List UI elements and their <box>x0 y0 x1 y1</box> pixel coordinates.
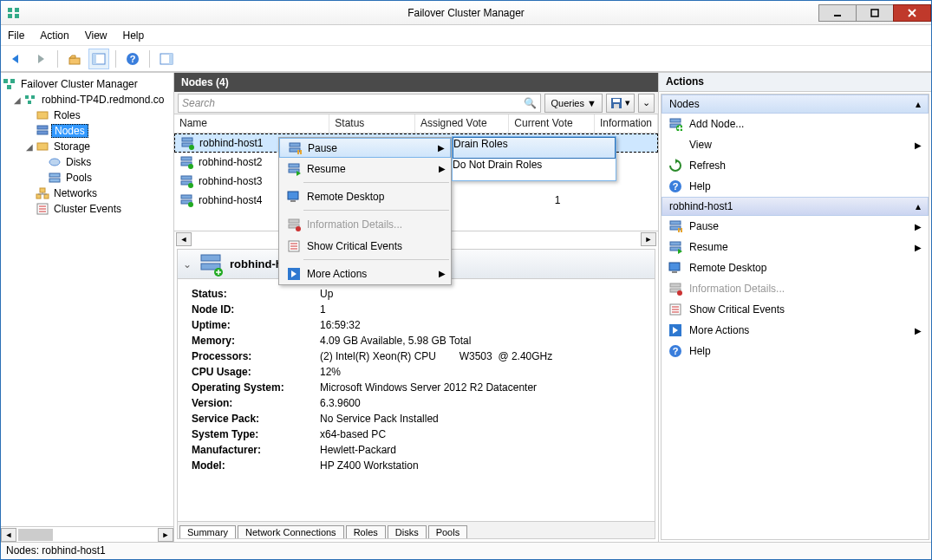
nav-forward-button[interactable] <box>30 49 51 69</box>
action-remote-desktop[interactable]: Remote Desktop <box>662 257 929 278</box>
more-actions-icon <box>284 267 303 281</box>
tree-roles[interactable]: Roles <box>3 107 172 123</box>
svg-rect-28 <box>40 188 45 192</box>
action-help[interactable]: ? Help <box>662 176 929 197</box>
menu-pause[interactable]: Pause▶ <box>279 138 451 158</box>
scroll-thumb[interactable] <box>18 529 53 541</box>
search-input[interactable]: Search 🔍 <box>178 94 541 113</box>
action-more-actions[interactable]: More Actions▶ <box>662 320 929 341</box>
tree-cluster-events[interactable]: Cluster Events <box>3 201 172 217</box>
col-name[interactable]: Name <box>174 114 329 133</box>
roles-icon <box>36 108 49 122</box>
cluster-manager-icon <box>3 77 16 91</box>
menu-help[interactable]: Help <box>123 29 145 42</box>
nav-back-button[interactable] <box>6 49 27 69</box>
expander-icon[interactable]: ◢ <box>11 95 23 105</box>
menu-more-actions[interactable]: More Actions▶ <box>279 263 451 284</box>
actions-group-node[interactable]: robhind-host1▴ <box>662 197 929 216</box>
search-icon[interactable]: 🔍 <box>524 97 537 109</box>
menu-file[interactable]: File <box>8 29 24 42</box>
tab-disks[interactable]: Disks <box>388 525 427 539</box>
disks-icon <box>48 155 62 169</box>
menu-action[interactable]: Action <box>40 29 68 42</box>
show-hide-action-button[interactable] <box>156 49 177 69</box>
tab-pools[interactable]: Pools <box>428 525 468 539</box>
col-status[interactable]: Status <box>329 114 415 133</box>
expander-icon[interactable]: ◢ <box>23 142 36 152</box>
chevron-down-icon[interactable]: ⌄ <box>183 258 192 270</box>
col-current[interactable]: Current Vote <box>509 114 595 133</box>
svg-rect-49 <box>181 195 192 199</box>
help-icon: ? <box>668 179 682 193</box>
action-add-node[interactable]: Add Node... <box>662 114 929 134</box>
label-nodeid: Node ID: <box>192 303 313 316</box>
help-button[interactable]: ? <box>122 49 143 69</box>
svg-rect-84 <box>670 283 681 287</box>
value-sp: No Service Pack Installed <box>320 413 641 425</box>
svg-rect-82 <box>669 263 680 270</box>
action-show-critical[interactable]: Show Critical Events <box>662 299 929 320</box>
svg-rect-14 <box>169 54 173 64</box>
tree-root[interactable]: Failover Cluster Manager <box>3 76 172 92</box>
scroll-left-icon[interactable]: ◄ <box>176 232 192 246</box>
action-info-details: Information Details... <box>662 278 929 299</box>
svg-rect-30 <box>44 194 49 199</box>
value-status: Up <box>320 288 641 300</box>
scroll-left-icon[interactable]: ◄ <box>1 528 16 542</box>
events-icon <box>668 303 682 316</box>
show-hide-tree-button[interactable] <box>88 49 109 69</box>
expand-button[interactable]: ⌄ <box>638 94 655 113</box>
submenu-no-drain-roles[interactable]: Do Not Drain Roles <box>453 159 616 180</box>
col-info[interactable]: Information <box>595 114 658 133</box>
tree-scrollbar[interactable]: ◄ ► <box>1 526 173 542</box>
svg-point-62 <box>296 226 301 231</box>
tree-pools[interactable]: Pools <box>3 170 172 186</box>
submenu-drain-roles[interactable]: Drain Roles <box>453 137 616 159</box>
menu-remote-desktop[interactable]: Remote Desktop <box>279 186 451 207</box>
collapse-icon[interactable]: ▴ <box>916 98 921 110</box>
svg-rect-71 <box>670 119 681 122</box>
col-assigned[interactable]: Assigned Vote <box>415 114 509 133</box>
svg-text:?: ? <box>130 54 136 64</box>
value-mfr: Hewlett-Packard <box>320 444 641 456</box>
save-button[interactable]: ▾ <box>606 94 635 113</box>
menu-view[interactable]: View <box>85 29 108 42</box>
svg-point-51 <box>188 202 193 207</box>
tree-networks[interactable]: Networks <box>3 186 172 201</box>
pause-submenu: Drain Roles Do Not Drain Roles <box>452 136 616 181</box>
svg-point-45 <box>188 164 193 169</box>
scroll-right-icon[interactable]: ► <box>641 232 656 246</box>
tab-roles[interactable]: Roles <box>346 525 386 539</box>
scroll-right-icon[interactable]: ► <box>158 528 173 542</box>
queries-button[interactable]: Queries ▼ <box>544 94 602 113</box>
current-vote-value: 1 <box>514 194 601 206</box>
refresh-icon <box>668 159 682 173</box>
storage-icon <box>36 140 49 153</box>
node-name: robhind-host1 <box>199 137 263 149</box>
action-resume[interactable]: Resume▶ <box>662 237 929 257</box>
action-view[interactable]: View▶ <box>662 134 929 155</box>
events-icon <box>284 239 303 253</box>
grid-body: robhind-host1 robhind-host2 robhind-host… <box>174 133 658 231</box>
menu-resume[interactable]: Resume▶ <box>279 158 451 179</box>
svg-rect-38 <box>613 99 620 102</box>
svg-rect-29 <box>36 194 41 199</box>
menu-show-critical[interactable]: Show Critical Events <box>279 235 451 257</box>
action-help-2[interactable]: ? Help <box>662 341 929 361</box>
grid-header: Name Status Assigned Vote Current Vote I… <box>174 114 658 133</box>
up-button[interactable] <box>64 49 85 69</box>
actions-group-nodes[interactable]: Nodes▴ <box>662 94 929 114</box>
tree-disks[interactable]: Disks <box>3 154 172 170</box>
center-header: Nodes (4) <box>174 73 658 92</box>
tab-summary[interactable]: Summary <box>179 525 236 539</box>
svg-rect-59 <box>290 200 296 202</box>
svg-rect-8 <box>69 58 80 64</box>
tree-storage[interactable]: ◢ Storage <box>3 139 172 154</box>
tree-cluster[interactable]: ◢ robhind-TP4D.redmond.co <box>3 92 172 107</box>
action-pause[interactable]: Pause▶ <box>662 216 929 237</box>
tab-network-connections[interactable]: Network Connections <box>238 525 344 539</box>
collapse-icon[interactable]: ▴ <box>916 200 921 212</box>
details-pane: ⌄ robhind-host1 Status:Up Node ID:1 Upti… <box>177 249 655 539</box>
action-refresh[interactable]: Refresh <box>662 155 929 176</box>
tree-nodes[interactable]: Nodes <box>3 123 172 139</box>
